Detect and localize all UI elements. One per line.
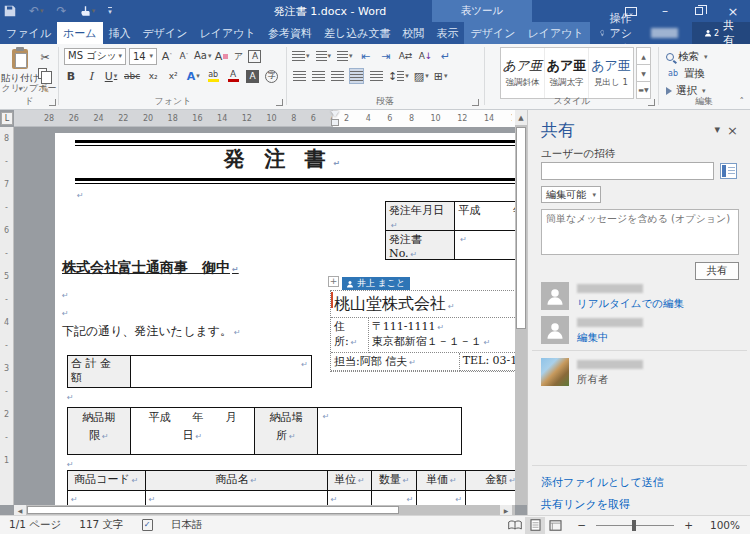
- italic-icon[interactable]: I: [84, 68, 98, 84]
- clear-formatting-icon[interactable]: A: [214, 48, 228, 64]
- user-status[interactable]: 編集中: [577, 331, 609, 345]
- tab-mailings[interactable]: 差し込み文書: [318, 22, 397, 44]
- font-family-combo[interactable]: MS ゴシック▾: [64, 48, 126, 65]
- left-indent-marker[interactable]: [331, 119, 339, 126]
- tab-insert[interactable]: 挿入: [103, 22, 137, 44]
- scroll-up-icon[interactable]: ▲: [515, 110, 527, 125]
- borders-icon[interactable]: ⊞▾: [434, 68, 448, 84]
- styles-scroll-down-icon[interactable]: ▼: [636, 65, 651, 82]
- total-label-cell[interactable]: 合 計 金 額: [68, 356, 131, 387]
- style-item-emphasis-italic[interactable]: あア亜 強調斜体: [501, 48, 545, 98]
- horizontal-scroll-thumb[interactable]: [27, 506, 399, 514]
- tab-table-layout[interactable]: レイアウト: [521, 22, 589, 44]
- items-header-name[interactable]: 商品名: [146, 471, 328, 491]
- order-date-value-cell[interactable]: 平成 年: [455, 202, 515, 231]
- shrink-font-icon[interactable]: Aˇ: [177, 48, 191, 64]
- numbering-icon[interactable]: ▾: [316, 48, 332, 64]
- items-cell[interactable]: [466, 491, 515, 505]
- order-no-value-cell[interactable]: [455, 231, 515, 259]
- style-item-heading1[interactable]: あア亜 見出し 1: [589, 48, 633, 98]
- increase-indent-icon[interactable]: ⇥: [379, 48, 393, 64]
- underline-icon[interactable]: U▾: [104, 68, 118, 84]
- supplier-address-cell[interactable]: 〒111-1111 東京都新宿１－１－１: [369, 318, 515, 353]
- paragraph-dialog-launcher[interactable]: [472, 99, 479, 106]
- order-no-label-cell[interactable]: 発注書 No.: [386, 231, 455, 259]
- permission-dropdown[interactable]: 編集可能 ▾: [541, 186, 601, 203]
- shading-icon[interactable]: ▨▾: [414, 68, 429, 84]
- zoom-out-icon[interactable]: −: [565, 519, 590, 531]
- undo-icon[interactable]: ↶▾: [29, 5, 44, 17]
- justify-icon[interactable]: [349, 68, 364, 84]
- minimize-icon[interactable]: –: [648, 0, 682, 22]
- first-line-indent-marker[interactable]: [331, 111, 339, 117]
- get-share-link[interactable]: 共有リンクを取得: [541, 497, 630, 512]
- order-date-label-cell[interactable]: 発注年月日: [386, 202, 455, 231]
- share-button-top[interactable]: 2 共有: [692, 22, 750, 44]
- vertical-scroll-thumb[interactable]: [516, 127, 526, 329]
- sort-icon[interactable]: A↓: [419, 48, 433, 64]
- change-case-icon[interactable]: Aa▾: [194, 48, 211, 64]
- tab-view[interactable]: 表示: [430, 22, 464, 44]
- total-value-cell[interactable]: [131, 356, 311, 387]
- customize-qat-icon[interactable]: ▾: [108, 7, 112, 16]
- show-marks-icon[interactable]: ↵: [439, 48, 453, 64]
- horizontal-scrollbar[interactable]: ◀ ▶: [14, 505, 515, 515]
- highlight-color-icon[interactable]: ab: [206, 68, 220, 84]
- items-header-amount[interactable]: 金額: [466, 471, 515, 491]
- align-center-icon[interactable]: [311, 68, 325, 84]
- tab-selector[interactable]: L: [1, 112, 13, 125]
- superscript-icon[interactable]: x²: [166, 68, 180, 84]
- clipboard-dialog-launcher[interactable]: [49, 99, 56, 106]
- enclose-characters-icon[interactable]: A: [248, 50, 261, 63]
- user-status[interactable]: リアルタイムでの編集: [577, 297, 684, 311]
- font-color-icon[interactable]: A: [226, 68, 240, 84]
- word-count[interactable]: 117 文字: [70, 518, 132, 532]
- collapse-ribbon-icon[interactable]: ˄: [740, 96, 745, 106]
- scroll-left-icon[interactable]: ◀: [14, 505, 26, 515]
- page-count[interactable]: 1/1 ページ: [0, 518, 70, 532]
- zoom-slider[interactable]: [596, 525, 674, 526]
- print-layout-icon[interactable]: [525, 517, 545, 534]
- multilevel-list-icon[interactable]: ▾: [337, 48, 353, 64]
- bullets-icon[interactable]: ▾: [292, 48, 310, 64]
- bold-icon[interactable]: B: [64, 68, 78, 84]
- delivery-place-cell[interactable]: 納品場 所: [255, 408, 318, 454]
- coauthor-flag[interactable]: 井上 まこと: [342, 277, 410, 290]
- items-cell[interactable]: [372, 491, 418, 505]
- items-cell[interactable]: [68, 491, 146, 505]
- tab-table-design[interactable]: デザイン: [464, 22, 521, 44]
- replace-button[interactable]: ab 置換: [666, 66, 705, 81]
- signed-in-user-redacted[interactable]: [651, 28, 678, 38]
- find-button[interactable]: 検索 ▾: [666, 49, 708, 64]
- line-spacing-icon[interactable]: ↕▾: [388, 68, 409, 84]
- address-book-icon[interactable]: [720, 163, 737, 179]
- items-cell[interactable]: [146, 491, 328, 505]
- supplier-contact-cell[interactable]: 担当:阿部 信夫: [331, 353, 460, 371]
- supplier-company-cell[interactable]: 桃山堂株式会社: [331, 291, 515, 318]
- tab-file[interactable]: ファイル: [0, 22, 57, 44]
- supplier-tel-cell[interactable]: TEL: 03-1: [460, 353, 515, 371]
- styles-scroll-up-icon[interactable]: ▲: [636, 47, 651, 65]
- undo-caret-icon[interactable]: ▾: [40, 8, 44, 15]
- asian-layout-icon[interactable]: A⇄: [399, 48, 413, 64]
- supplier-address-label-cell[interactable]: 住所:: [331, 318, 369, 353]
- invite-people-input[interactable]: [541, 162, 714, 180]
- pane-close-icon[interactable]: ×: [727, 123, 738, 138]
- delivery-place-value-cell[interactable]: [318, 408, 461, 454]
- touch-mode-icon[interactable]: ▾: [80, 5, 96, 17]
- font-dialog-launcher[interactable]: [276, 99, 283, 106]
- restore-icon[interactable]: [682, 0, 716, 22]
- language-status[interactable]: 日本語: [162, 518, 212, 532]
- items-header-qty[interactable]: 数量: [372, 471, 418, 491]
- share-message-input[interactable]: [541, 209, 739, 255]
- tab-review[interactable]: 校閲: [396, 22, 430, 44]
- copy-icon[interactable]: [38, 68, 47, 79]
- zoom-slider-thumb[interactable]: [632, 520, 636, 531]
- document-page[interactable]: 発 注 書 発注年月日 平成 年 発注書 No. 株式会社富士通商事 御中: [55, 133, 515, 505]
- style-item-emphasis-bold[interactable]: あア亜 強調太字: [545, 48, 589, 98]
- scroll-right-icon[interactable]: ▶: [500, 505, 512, 515]
- align-left-icon[interactable]: [292, 68, 306, 84]
- touch-mode-caret-icon[interactable]: ▾: [92, 8, 96, 15]
- delivery-date-cell[interactable]: 平成 年 月 日: [131, 408, 255, 454]
- decrease-indent-icon[interactable]: ⇤: [359, 48, 373, 64]
